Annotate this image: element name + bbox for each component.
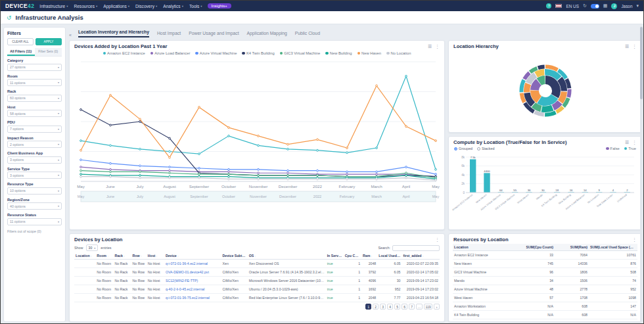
column-header-row[interactable]: Row↕ [131,252,147,260]
kebab-icon[interactable]: ⋮ [435,44,440,49]
column-header-location[interactable]: Location [453,244,518,251]
table-cell[interactable]: SC12(WIN2-FE-TTP) [164,277,221,285]
filter-select[interactable]: 3 options▾ [7,156,62,164]
table-row[interactable]: New Haven74514336876 [453,260,637,268]
table-row[interactable]: Amazon WorkstationN/A608147 [453,302,637,311]
legend-item-new-building[interactable]: New Building [325,51,352,55]
collapse-filters-icon[interactable]: « [69,33,72,37]
table-row[interactable]: New Building10608N/A [453,319,637,323]
filter-select[interactable]: 3 options▾ [7,172,62,179]
table-row[interactable]: K4 Twin BuildingN/A608N/A [453,311,637,319]
page-button-3[interactable]: 3 [380,304,386,310]
mode-radio-stacked[interactable]: Stacked [477,147,494,150]
apps-grid-icon[interactable]: ▦ [603,3,608,9]
device42-logo[interactable]: DEVICE42 [5,3,34,9]
page-button-7[interactable]: 7 [409,304,415,310]
table-cell[interactable]: q-i-072-01-36-4.ec2.internal [164,260,221,268]
filter-select[interactable]: 7 options▾ [7,126,62,133]
column-header-sum-local-used-space-gb[interactable]: SUM(Local Used Space (GB)) [589,244,637,251]
column-header-cpu-count[interactable]: Cpu Count↕ [344,252,361,260]
filter-select[interactable]: 11 options▾ [7,218,62,225]
theme-toggle[interactable] [591,4,599,9]
column-header-rack[interactable]: Rack↕ [113,252,131,260]
help-icon[interactable]: ? [546,3,551,9]
sunburst-chart-svg[interactable] [506,52,585,129]
column-header-sum-cpu-count[interactable]: SUM(Cpu Count) [518,244,555,251]
nav-item-infrastructure[interactable]: Infrastructure▾ [39,4,68,9]
language-selector[interactable]: EN US [566,4,579,9]
table-row[interactable]: West Haven5717081098 [453,294,637,302]
table-row[interactable]: No RoomNo RackNo RowNo Hostq-i-072-01-36… [74,260,440,268]
scrollbar[interactable] [640,26,643,323]
tab-public-cloud[interactable]: Public Cloud [295,30,320,37]
legend-item-new-haven[interactable]: New Haven [357,51,381,55]
table-row[interactable]: No RoomNo RackNo RowNo Hostq-40-2-li-0-4… [74,285,440,294]
filter-tab-filter-sets-0[interactable]: Filter Sets (0) [35,48,62,56]
nav-item-discovery[interactable]: Discovery▾ [135,4,157,9]
nav-item-analytics[interactable]: Analytics▾ [163,4,183,9]
table-cell[interactable]: q-40-2-li-0-45.ec2.internal [164,285,221,294]
tab-host-impact[interactable]: Host Impact [157,30,181,37]
filter-select[interactable]: 60 options▾ [7,95,62,102]
column-header-location[interactable]: Location↕ [74,252,95,260]
legend-item-k4-twin-building[interactable]: K4 Twin Building [242,51,274,55]
legend-item-no-location[interactable]: No Location [386,51,411,55]
kebab-icon[interactable]: ⋮ [632,44,637,49]
page-button-2[interactable]: 2 [373,304,379,310]
legend-item-azure-load-balancer[interactable]: Azure Load Balancer [150,51,191,55]
page-button-119[interactable]: 119 [424,304,432,310]
table-row[interactable]: No RoomNo RackNo RowNo Hostq-i-072-01-36… [74,294,440,302]
kebab-icon[interactable]: ⋮ [435,237,440,243]
column-header-sum-ram[interactable]: SUM(Ram) [555,244,589,251]
filter-select[interactable]: 40 options▾ [7,202,62,210]
legend-item-gic3-virtual-machine[interactable]: GIC3 Virtual Machine [280,51,321,55]
table-row[interactable]: No RoomNo RackNo RowNo HostSC12(WIN2-FE-… [74,277,440,285]
table-row[interactable]: No RoomNo RackNo RowNo HostOVA-DEMO-01.d… [74,268,440,277]
column-header-device[interactable]: Device↕ [164,252,221,260]
table-row[interactable]: Amazon EC2 Instance33706410761 [453,251,637,260]
filter-select[interactable]: 2 options▾ [7,141,62,148]
nav-item-tools[interactable]: Tools▾ [189,4,202,9]
avatar[interactable]: J [611,3,617,9]
hamburger-icon[interactable]: ☰ [428,44,432,49]
filter-select[interactable]: 10 options▾ [7,187,62,195]
tab-location-inventory-and-hierarchy[interactable]: Location Inventory and Hierarchy [78,28,149,37]
table-row[interactable]: GIC3 Virtual Machine961806508 [453,268,637,277]
column-header-ram[interactable]: Ram↕ [361,252,377,260]
nav-item-applications[interactable]: Applications▾ [103,4,129,9]
filters-out-of-scope[interactable]: Filters out of scope (0) [7,229,62,233]
scrollbar-thumb[interactable] [640,27,643,99]
column-header-first-added[interactable]: first_added↕ [402,252,440,260]
next-page-icon[interactable]: › [434,304,440,310]
table-row[interactable]: Azure Virtual Machine482778952 [453,285,637,294]
table-cell[interactable]: q-i-072-01-36-75.ec2.internal [164,294,221,302]
mode-radio-grouped[interactable]: Grouped [454,147,472,150]
hamburger-icon[interactable]: ☰ [625,140,629,145]
refresh-icon[interactable]: ↻ [583,3,587,9]
filter-select[interactable]: 58 options▾ [7,110,62,117]
page-button-4[interactable]: 4 [387,304,393,310]
column-header-local-used-space-gb[interactable]: Local Used Space (GB)↕ [377,252,402,260]
apply-button[interactable]: APPLY [35,38,62,45]
legend-item-false[interactable]: False [606,147,620,150]
page-button-5[interactable]: 5 [394,304,400,310]
user-menu[interactable]: Jason [621,4,632,9]
back-icon[interactable]: ↺ [7,14,12,21]
page-button-6[interactable]: 6 [402,304,407,310]
filter-select[interactable]: 27 options▾ [7,64,62,71]
filter-select[interactable]: 11 options▾ [7,79,62,86]
page-button-…[interactable]: … [416,304,423,310]
hamburger-icon[interactable]: ☰ [625,44,629,49]
tab-application-mapping[interactable]: Application Mapping [247,30,287,37]
table-cell[interactable]: OVA-DEMO-01.device42.pvt [164,268,221,277]
column-header-in-service[interactable]: In Service↕ [326,252,344,260]
kebab-icon[interactable]: ⋮ [632,140,637,145]
column-header-os[interactable]: OS↕ [248,252,326,260]
entries-select[interactable]: 30 ▾ [86,244,99,251]
column-header-room[interactable]: Room↕ [95,252,113,260]
column-header-host[interactable]: Host↕ [147,252,164,260]
legend-item-true[interactable]: True [624,147,636,150]
insights-badge[interactable]: Insights+ [208,3,231,9]
nav-item-resources[interactable]: Resources▾ [74,4,97,9]
line-chart-svg[interactable]: MayJuneJulyAugustSeptemberOctoberNovembe… [73,57,441,212]
